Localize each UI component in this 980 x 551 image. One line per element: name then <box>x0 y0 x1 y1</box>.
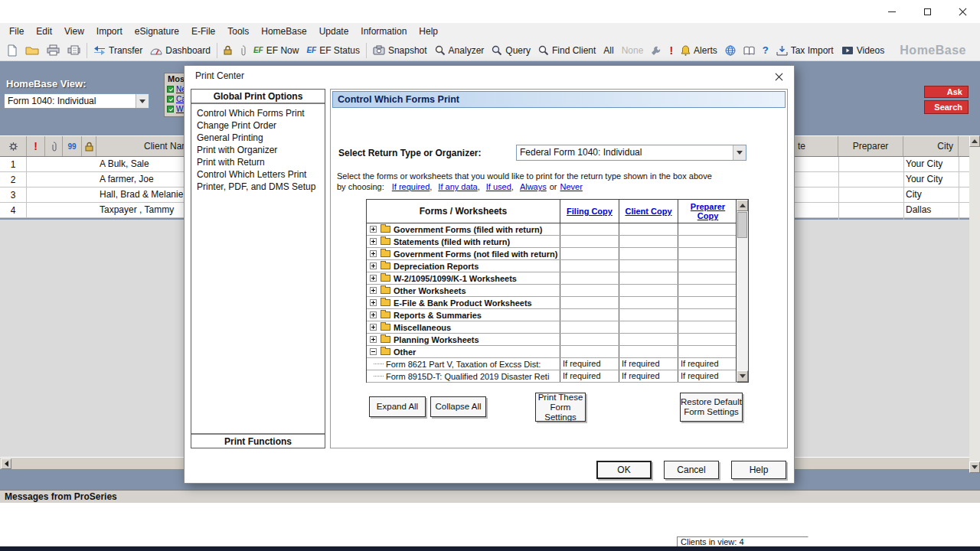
preparer-copy-cell[interactable]: If required <box>678 370 737 382</box>
filing-copy-cell[interactable] <box>560 334 619 345</box>
minimize-button[interactable] <box>874 0 910 23</box>
attach-button[interactable] <box>236 41 250 60</box>
new-button[interactable] <box>3 41 21 60</box>
ef-status-button[interactable]: EF EF Status <box>302 41 363 60</box>
client-copy-cell[interactable] <box>619 223 678 235</box>
web-button[interactable] <box>721 41 740 60</box>
expand-icon[interactable] <box>370 311 377 318</box>
always-link[interactable]: Always <box>520 182 547 191</box>
preparer-copy-cell[interactable] <box>678 223 737 235</box>
tree-folder-row[interactable]: Government Forms (not filed with return) <box>367 248 737 260</box>
print-preview-button[interactable] <box>64 41 84 60</box>
tree-folder-row[interactable]: Statements (filed with return) <box>367 236 737 248</box>
nav-item-general-printing[interactable]: General Printing <box>191 132 325 144</box>
expand-icon[interactable] <box>370 336 377 343</box>
nav-item-control-which-forms-print[interactable]: Control Which Forms Print <box>191 107 325 119</box>
gear-column-header[interactable] <box>0 136 27 156</box>
nav-item-change-print-order[interactable]: Change Print Order <box>191 119 325 132</box>
preparer-copy-cell[interactable] <box>678 285 737 296</box>
help-button[interactable]: Help <box>731 461 786 479</box>
nav-item-printer-pdf-dms-setup[interactable]: Printer, PDF, and DMS Setup <box>191 181 325 193</box>
partial-column-header[interactable]: te <box>795 136 838 156</box>
filing-copy-cell[interactable] <box>560 297 619 308</box>
client-copy-column-header[interactable]: Client Copy <box>619 200 678 223</box>
expand-icon[interactable] <box>370 238 377 245</box>
filing-copy-column-header[interactable]: Filing Copy <box>560 200 619 223</box>
tree-folder-row[interactable]: W-2/1095/1099/K-1 Worksheets <box>367 272 737 285</box>
tree-folder-row[interactable]: Other Worksheets <box>367 285 737 297</box>
filing-copy-cell[interactable] <box>560 236 619 247</box>
city-column-header[interactable]: City <box>903 136 959 156</box>
menu-edit[interactable]: Edit <box>30 24 58 38</box>
preparer-copy-cell[interactable] <box>678 346 737 357</box>
tree-folder-row-expanded[interactable]: Other <box>367 346 737 358</box>
dropdown-arrow-button[interactable] <box>136 94 149 108</box>
preparer-copy-cell[interactable] <box>678 272 737 284</box>
menu-view[interactable]: View <box>58 24 90 38</box>
tree-folder-row[interactable]: Depreciation Reports <box>367 260 737 272</box>
client-copy-cell[interactable] <box>619 248 678 259</box>
expand-icon[interactable] <box>370 299 377 306</box>
return-type-dropdown[interactable]: Federal Form 1040: Individual <box>516 145 746 161</box>
client-copy-cell[interactable] <box>619 260 678 272</box>
client-copy-cell[interactable] <box>619 321 678 333</box>
client-copy-cell[interactable] <box>619 346 678 357</box>
filing-copy-cell[interactable] <box>560 223 619 235</box>
preparer-copy-cell[interactable] <box>678 321 737 333</box>
menu-tools[interactable]: Tools <box>221 24 255 38</box>
tree-folder-row[interactable]: E-File & Bank Product Worksheets <box>367 297 737 309</box>
find-client-button[interactable]: Find Client <box>534 41 599 60</box>
filing-copy-cell[interactable]: If required <box>560 370 619 382</box>
expand-icon[interactable] <box>370 287 377 294</box>
tools-button[interactable] <box>647 41 665 60</box>
maximize-button[interactable] <box>910 0 945 23</box>
filing-copy-cell[interactable] <box>560 272 619 284</box>
ef-now-button[interactable]: EF EF Now <box>250 41 302 60</box>
filing-copy-cell[interactable] <box>560 309 619 321</box>
filing-copy-cell[interactable] <box>560 321 619 333</box>
cancel-button[interactable]: Cancel <box>664 461 719 479</box>
all-button[interactable]: All <box>599 41 617 60</box>
filing-copy-cell[interactable]: If required <box>560 358 619 370</box>
analyzer-button[interactable]: Analyzer <box>431 41 488 60</box>
tree-folder-row[interactable]: Miscellaneous <box>367 321 737 334</box>
nav-item-print-with-organizer[interactable]: Print with Organizer <box>191 144 325 156</box>
preparer-copy-cell[interactable] <box>678 297 737 308</box>
filing-copy-cell[interactable] <box>560 346 619 357</box>
print-button[interactable] <box>43 41 64 60</box>
restore-default-form-settings-button[interactable]: Restore Default Form Settings <box>680 393 743 422</box>
ok-button[interactable]: OK <box>596 461 652 479</box>
menu-import[interactable]: Import <box>90 24 129 38</box>
ask-button[interactable]: Ask <box>924 86 969 98</box>
close-button[interactable] <box>945 0 980 23</box>
if-any-data-link[interactable]: If any data <box>438 182 477 191</box>
preparer-copy-cell[interactable] <box>678 309 737 321</box>
scroll-down-button[interactable] <box>737 370 748 382</box>
tree-leaf-row[interactable]: Form 8621 Part V, Taxation of Excss Dist… <box>367 358 737 370</box>
expand-icon[interactable] <box>370 226 377 233</box>
if-required-link[interactable]: If required <box>392 182 430 191</box>
scroll-left-button[interactable] <box>1 458 11 469</box>
tree-folder-row[interactable]: Planning Worksheets <box>367 334 737 346</box>
nav-item-control-which-letters-print[interactable]: Control Which Letters Print <box>191 168 325 181</box>
expand-all-button[interactable]: Expand All <box>369 396 426 417</box>
preparer-copy-cell[interactable] <box>678 334 737 345</box>
filing-copy-cell[interactable] <box>560 260 619 272</box>
menu-homebase[interactable]: HomeBase <box>255 24 312 38</box>
preparer-copy-cell[interactable] <box>678 236 737 247</box>
warning-button[interactable]: ! <box>665 41 677 60</box>
dashboard-button[interactable]: Dashboard <box>146 41 214 60</box>
nav-item-print-with-return[interactable]: Print with Return <box>191 156 325 168</box>
help-button[interactable]: ? <box>759 41 773 60</box>
tree-folder-row[interactable]: Government Forms (filed with return) <box>367 223 737 236</box>
menu-information[interactable]: Information <box>354 24 413 38</box>
menu-update[interactable]: Update <box>313 24 355 38</box>
filing-copy-cell[interactable] <box>560 285 619 296</box>
expand-icon[interactable] <box>370 250 377 257</box>
preparer-copy-cell[interactable] <box>678 248 737 259</box>
if-used-link[interactable]: If used <box>486 182 511 191</box>
forms-table-scrollbar[interactable] <box>736 200 748 382</box>
expand-icon[interactable] <box>370 275 377 282</box>
none-button[interactable]: None <box>618 41 648 60</box>
attachment-column-header[interactable] <box>45 136 63 156</box>
